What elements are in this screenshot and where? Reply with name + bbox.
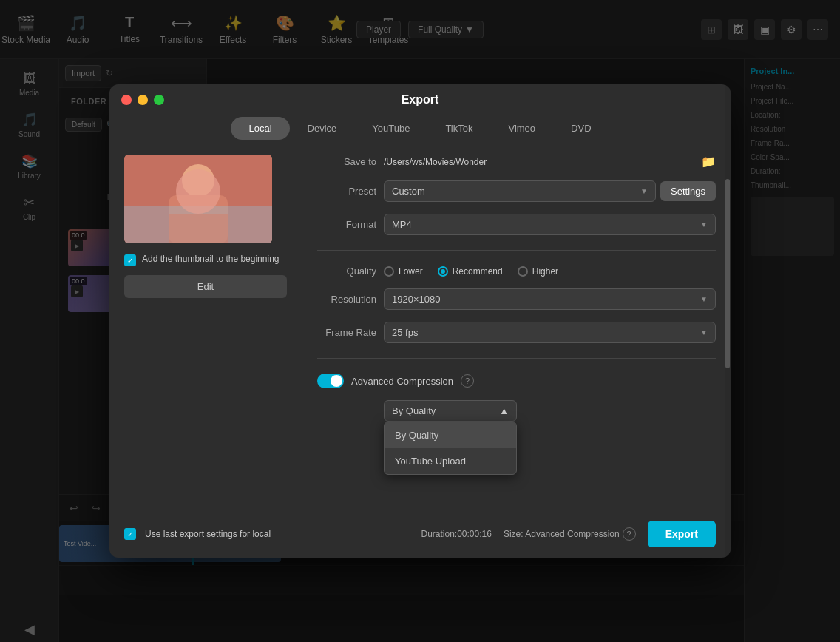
quality-recommend-label: Recommend bbox=[453, 266, 503, 277]
preview-section: ✓ Add the thumbnail to the beginning Edi… bbox=[124, 155, 287, 495]
tab-local[interactable]: Local bbox=[231, 117, 289, 140]
save-to-row: Save to 📁 bbox=[317, 155, 716, 169]
settings-button[interactable]: Settings bbox=[660, 181, 716, 201]
preset-chevron-icon: ▼ bbox=[640, 187, 648, 195]
format-label: Format bbox=[317, 219, 376, 230]
quality-options-row: Lower Recommend Higher bbox=[384, 266, 716, 277]
resolution-dropdown[interactable]: 1920×1080 ▼ bbox=[384, 288, 716, 310]
export-modal: Export Local Device YouTube TikTok Vimeo… bbox=[109, 84, 731, 558]
scrollbar-thumb bbox=[725, 179, 730, 368]
compression-dropdown-chevron-icon: ▲ bbox=[499, 405, 509, 416]
footer-size-label: Size: Advanced Compression bbox=[504, 529, 620, 539]
frame-rate-field-label: Frame Rate bbox=[317, 327, 376, 338]
divider-1 bbox=[317, 250, 716, 251]
use-last-settings-checkbox[interactable]: ✓ bbox=[124, 528, 136, 540]
tab-vimeo[interactable]: Vimeo bbox=[490, 117, 553, 140]
tab-youtube[interactable]: YouTube bbox=[354, 117, 427, 140]
compression-dropdown-container: By Quality ▲ By Quality YouTube Upload bbox=[384, 400, 716, 422]
resolution-chevron-icon: ▼ bbox=[700, 295, 708, 303]
format-dropdown[interactable]: MP4 ▼ bbox=[384, 214, 716, 235]
format-row: Format MP4 ▼ bbox=[317, 214, 716, 235]
quality-higher-radio bbox=[518, 266, 528, 277]
edit-button[interactable]: Edit bbox=[124, 275, 287, 298]
preset-row: Preset Custom ▼ Settings bbox=[317, 180, 716, 202]
modal-titlebar: Export bbox=[109, 84, 731, 105]
maximize-button[interactable] bbox=[154, 95, 164, 105]
compression-dropdown-value: By Quality bbox=[392, 405, 436, 416]
thumbnail-checkbox[interactable]: ✓ bbox=[124, 254, 136, 266]
preset-label: Preset bbox=[317, 186, 376, 197]
modal-body: ✓ Add the thumbnail to the beginning Edi… bbox=[109, 140, 731, 510]
quality-field-label: Quality bbox=[317, 266, 376, 277]
advanced-compression-row: Advanced Compression ? bbox=[317, 374, 716, 388]
toggle-thumb bbox=[331, 375, 342, 387]
quality-lower-radio bbox=[384, 266, 394, 277]
minimize-button[interactable] bbox=[138, 95, 148, 105]
preset-dropdown-value: Custom bbox=[392, 186, 425, 197]
compression-dropdown[interactable]: By Quality ▲ bbox=[384, 400, 517, 422]
preset-value: Custom ▼ Settings bbox=[384, 180, 716, 202]
dropdown-item-youtube-upload[interactable]: YouTube Upload bbox=[385, 448, 516, 474]
tab-dvd[interactable]: DVD bbox=[553, 117, 609, 140]
tab-device[interactable]: Device bbox=[290, 117, 355, 140]
quality-recommend-radio bbox=[438, 266, 448, 277]
thumbnail-checkbox-row: ✓ Add the thumbnail to the beginning bbox=[124, 254, 287, 266]
modal-tabs: Local Device YouTube TikTok Vimeo DVD bbox=[109, 105, 731, 140]
format-chevron-icon: ▼ bbox=[700, 220, 708, 229]
resolution-field-label: Resolution bbox=[317, 294, 376, 305]
save-to-input[interactable] bbox=[384, 157, 697, 167]
modal-title: Export bbox=[402, 93, 439, 107]
divider-2 bbox=[317, 358, 716, 359]
quality-lower-option[interactable]: Lower bbox=[384, 266, 423, 277]
use-last-settings-label: Use last export settings for local bbox=[145, 529, 271, 539]
footer-duration: Duration:00:00:16 bbox=[421, 529, 492, 539]
size-help-icon[interactable]: ? bbox=[623, 527, 636, 541]
tab-tiktok[interactable]: TikTok bbox=[427, 117, 490, 140]
thumbnail-image bbox=[124, 155, 272, 243]
close-button[interactable] bbox=[121, 95, 132, 105]
save-to-value: 📁 bbox=[384, 155, 716, 169]
window-controls bbox=[121, 95, 164, 105]
compression-toggle[interactable] bbox=[317, 374, 344, 388]
dropdown-item-by-quality[interactable]: By Quality bbox=[385, 422, 516, 448]
resolution-field-row: Resolution 1920×1080 ▼ bbox=[317, 288, 716, 310]
modal-backdrop: Export Local Device YouTube TikTok Vimeo… bbox=[0, 0, 840, 642]
modal-scrollbar[interactable] bbox=[725, 84, 731, 558]
frame-rate-dropdown-value: 25 fps bbox=[392, 327, 418, 338]
frame-rate-value: 25 fps ▼ bbox=[384, 322, 716, 343]
quality-radio-group: Lower Recommend Higher bbox=[384, 266, 558, 277]
quality-higher-label: Higher bbox=[532, 266, 558, 277]
preset-dropdown[interactable]: Custom ▼ bbox=[384, 180, 656, 202]
save-to-label: Save to bbox=[317, 156, 376, 167]
export-button[interactable]: Export bbox=[648, 521, 716, 547]
quality-higher-option[interactable]: Higher bbox=[518, 266, 558, 277]
section-divider bbox=[302, 155, 302, 495]
folder-open-icon[interactable]: 📁 bbox=[701, 155, 716, 169]
compression-label: Advanced Compression bbox=[351, 376, 453, 387]
resolution-dropdown-value: 1920×1080 bbox=[392, 294, 440, 305]
frame-rate-field-row: Frame Rate 25 fps ▼ bbox=[317, 322, 716, 343]
quality-lower-label: Lower bbox=[399, 266, 423, 277]
resolution-value: 1920×1080 ▼ bbox=[384, 288, 716, 310]
footer-size: Size: Advanced Compression ? bbox=[504, 527, 636, 541]
compression-dropdown-menu: By Quality YouTube Upload bbox=[384, 422, 517, 475]
frame-rate-dropdown[interactable]: 25 fps ▼ bbox=[384, 322, 716, 343]
quality-row: Quality Lower Recommend bbox=[317, 266, 716, 277]
frame-rate-chevron-icon: ▼ bbox=[700, 328, 708, 337]
thumbnail-checkbox-label: Add the thumbnail to the beginning bbox=[142, 254, 279, 264]
footer-info: Duration:00:00:16 Size: Advanced Compres… bbox=[421, 521, 717, 547]
preview-thumbnail bbox=[124, 155, 272, 243]
format-dropdown-value: MP4 bbox=[392, 219, 412, 230]
quality-recommend-option[interactable]: Recommend bbox=[438, 266, 503, 277]
compression-help-icon[interactable]: ? bbox=[461, 374, 474, 388]
settings-section: Save to 📁 Preset Custom ▼ Settings bbox=[317, 155, 716, 495]
format-value: MP4 ▼ bbox=[384, 214, 716, 235]
modal-footer: ✓ Use last export settings for local Dur… bbox=[109, 510, 731, 558]
